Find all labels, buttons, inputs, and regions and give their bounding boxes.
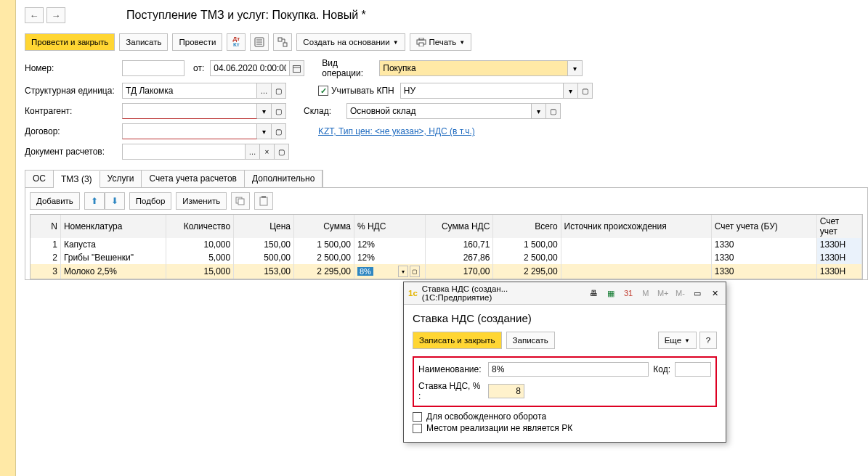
rate-input[interactable] (488, 384, 524, 398)
contract-dropdown-button[interactable]: ▾ (257, 123, 272, 139)
table-row[interactable]: 3Молоко 2,5%15,000153,002 295,008%▾▢170,… (31, 264, 862, 279)
docr-open-button[interactable]: ▢ (275, 144, 289, 160)
pick-button[interactable]: Подбор (129, 192, 172, 210)
number-label: Номер: (25, 63, 119, 73)
calendar-icon (293, 65, 301, 73)
sidebar-edge (0, 0, 16, 476)
unit-input[interactable] (122, 83, 257, 99)
col-nds-sum[interactable]: Сумма НДС (426, 215, 493, 238)
nav-back-button[interactable]: ← (25, 7, 44, 23)
table-row[interactable]: 2Грибы "Вешенки"5,000500,002 500,0012%26… (31, 251, 862, 264)
contract-input[interactable] (122, 123, 257, 139)
wh-dropdown-button[interactable]: ▾ (532, 103, 546, 119)
col-acc-nu[interactable]: Счет учет (816, 215, 861, 238)
minimize-icon[interactable]: ▭ (691, 287, 704, 299)
post-button[interactable]: Провести (172, 33, 222, 51)
unit-select-button[interactable]: … (257, 83, 272, 99)
svg-rect-5 (283, 43, 287, 46)
move-up-button[interactable]: ⬆ (84, 192, 105, 210)
contract-open-button[interactable]: ▢ (272, 123, 286, 139)
dialog-help-button[interactable]: ? (699, 332, 717, 349)
kpn-dropdown-button[interactable]: ▾ (564, 83, 578, 99)
code-label: Код: (653, 364, 670, 374)
col-total[interactable]: Всего (493, 215, 561, 238)
tab-os[interactable]: ОС (25, 171, 54, 187)
tab-bar: ОС ТМЗ (3) Услуги Счета учета расчетов Д… (25, 170, 323, 187)
post-and-close-button[interactable]: Провести и закрыть (25, 33, 115, 51)
calendar-icon[interactable]: 31 (622, 287, 635, 299)
exempt-turnover-checkbox[interactable]: Для освобожденного оборота (413, 411, 717, 422)
docr-label: Документ расчетов: (25, 147, 119, 157)
wh-open-button[interactable]: ▢ (546, 103, 561, 119)
nds-open-button[interactable]: ▢ (410, 266, 420, 277)
name-label: Наименование: (418, 364, 484, 374)
tab-tmz[interactable]: ТМЗ (3) (54, 171, 100, 188)
kpn-checkbox[interactable]: ✓ Учитывать КПН (318, 86, 394, 96)
col-nom[interactable]: Номенклатура (60, 215, 166, 238)
docr-input[interactable] (122, 144, 246, 160)
kpn-input[interactable] (400, 83, 564, 99)
add-button[interactable]: Добавить (30, 192, 80, 210)
kpn-open-button[interactable]: ▢ (578, 83, 593, 99)
contr-open-button[interactable]: ▢ (272, 103, 286, 119)
print-icon[interactable]: 🖶 (588, 287, 601, 299)
page-title: Поступление ТМЗ и услуг: Покупка. Новый … (126, 9, 366, 22)
table-row[interactable]: 1Капуста10,000150,001 500,0012%160,711 5… (31, 238, 862, 251)
m-icon[interactable]: M (639, 287, 652, 299)
tab-services[interactable]: Услуги (100, 171, 142, 187)
number-input[interactable] (122, 60, 184, 76)
docr-clear-button[interactable]: × (260, 144, 275, 160)
dialog-heading: Ставка НДС (создание) (413, 312, 717, 324)
m-plus-icon[interactable]: M+ (657, 287, 670, 299)
copy-button[interactable] (231, 192, 250, 210)
place-not-rk-checkbox[interactable]: Местом реализации не является РК (413, 423, 717, 433)
register-button[interactable] (250, 33, 269, 51)
unit-open-button[interactable]: ▢ (272, 83, 286, 99)
tab-accounts[interactable]: Счета учета расчетов (142, 171, 244, 187)
close-icon[interactable]: ✕ (708, 287, 721, 299)
dialog-save-close-button[interactable]: Записать и закрыть (413, 332, 502, 349)
col-src[interactable]: Источник происхождения (561, 215, 711, 238)
paste-button[interactable] (254, 192, 273, 210)
svg-rect-14 (261, 196, 266, 198)
op-label: Вид операции: (307, 58, 376, 78)
structure-button[interactable] (273, 33, 292, 51)
price-type-link[interactable]: KZT, Тип цен: <не указан>, НДС (в т.ч.) (318, 126, 475, 136)
col-price[interactable]: Цена (234, 215, 294, 238)
edit-button[interactable]: Изменить (176, 192, 227, 210)
items-table: N Номенклатура Количество Цена Сумма % Н… (31, 215, 862, 279)
dialog-save-button[interactable]: Записать (506, 332, 555, 349)
svg-rect-12 (238, 199, 244, 205)
tab-additional[interactable]: Дополнительно (245, 171, 323, 187)
name-input[interactable] (488, 362, 649, 377)
col-qty[interactable]: Количество (166, 215, 233, 238)
nds-rate-dialog: 1c Ставка НДС (создан... (1С:Предприятие… (403, 282, 726, 443)
contract-label: Договор: (25, 126, 119, 136)
docr-select-button[interactable]: … (246, 144, 260, 160)
col-n[interactable]: N (31, 215, 60, 238)
contr-dropdown-button[interactable]: ▾ (257, 103, 272, 119)
operation-dropdown-button[interactable]: ▾ (568, 60, 583, 76)
col-nds[interactable]: % НДС (354, 215, 425, 238)
dialog-more-button[interactable]: Еще ▼ (658, 332, 697, 349)
code-input[interactable] (675, 362, 711, 377)
printer-icon (416, 38, 426, 46)
col-sum[interactable]: Сумма (294, 215, 354, 238)
m-minus-icon[interactable]: M- (674, 287, 687, 299)
print-button[interactable]: Печать ▼ (410, 33, 472, 51)
dt-kt-button[interactable]: ДтКт (227, 33, 246, 51)
operation-select[interactable]: Покупка (379, 60, 568, 76)
create-based-button[interactable]: Создать на основании ▼ (296, 33, 405, 51)
move-down-button[interactable]: ⬇ (105, 192, 125, 210)
save-button[interactable]: Записать (119, 33, 168, 51)
nds-dropdown-button[interactable]: ▾ (398, 266, 408, 277)
svg-rect-4 (278, 38, 282, 41)
calc-icon[interactable]: ▦ (604, 287, 617, 299)
rate-label: Ставка НДС, % : (418, 381, 484, 401)
contr-input[interactable] (122, 103, 257, 119)
wh-input[interactable] (346, 103, 532, 119)
nav-forward-button[interactable]: → (46, 7, 65, 23)
date-picker-button[interactable] (290, 60, 304, 76)
date-input[interactable] (210, 60, 290, 76)
col-acc-bu[interactable]: Счет учета (БУ) (711, 215, 816, 238)
